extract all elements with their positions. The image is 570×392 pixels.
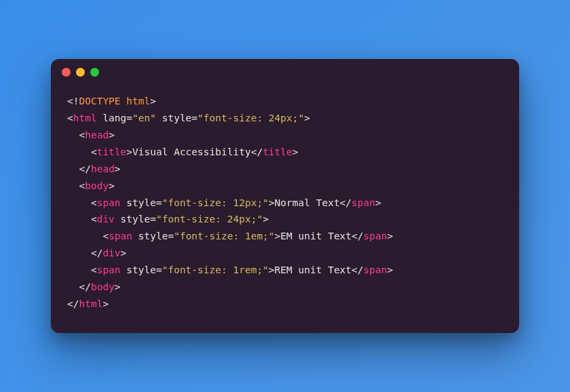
- punct: >: [387, 264, 393, 275]
- punct: <: [79, 130, 85, 140]
- text-content: Visual Accessibility: [132, 146, 251, 157]
- code-block: <!DOCTYPE html> <html lang="en" style="f…: [51, 86, 519, 333]
- text-content: EM unit Text: [280, 231, 352, 241]
- code-line: </head>: [67, 163, 121, 174]
- attr-name: style: [115, 214, 150, 224]
- window-titlebar: [51, 59, 519, 86]
- doctype-keyword: DOCTYPE html: [79, 96, 150, 106]
- punct: >: [269, 197, 275, 208]
- attr-name: lang: [97, 113, 127, 123]
- punct: </: [352, 264, 363, 275]
- punct: <: [79, 180, 85, 191]
- punct: =: [191, 113, 197, 123]
- punct: >: [387, 231, 393, 241]
- punct: >: [275, 231, 281, 241]
- text-content: Normal Text: [275, 197, 340, 208]
- code-line: <span style="font-size: 1rem;">REM unit …: [67, 264, 393, 275]
- punct: >: [126, 146, 132, 157]
- text-content: REM unit Text: [275, 264, 352, 275]
- tag-name: span: [97, 197, 121, 208]
- attr-name: style: [121, 264, 156, 275]
- tag-name: head: [85, 130, 109, 140]
- punct: <: [91, 264, 97, 275]
- close-icon[interactable]: [62, 68, 71, 77]
- punct: <: [91, 197, 97, 208]
- punct: </: [67, 298, 79, 309]
- punct: <: [91, 146, 97, 157]
- code-line: <span style="font-size: 1em;">EM unit Te…: [67, 231, 393, 241]
- punct: </: [352, 231, 363, 241]
- punct: >: [109, 130, 115, 140]
- punct: =: [156, 197, 162, 208]
- punct: =: [168, 231, 174, 241]
- tag-name: html: [79, 298, 102, 309]
- punct: >: [263, 214, 269, 224]
- punct: <: [91, 214, 97, 224]
- tag-name: div: [97, 214, 115, 224]
- code-line: <!DOCTYPE html>: [67, 96, 156, 106]
- punct: =: [126, 113, 132, 123]
- punct: >: [375, 197, 381, 208]
- punct: >: [109, 180, 115, 191]
- attr-value: "font-size: 1rem;": [162, 264, 269, 275]
- code-line: <head>: [67, 130, 115, 140]
- punct: >: [304, 113, 310, 123]
- punct: =: [156, 264, 162, 275]
- punct: </: [251, 146, 263, 157]
- attr-value: "font-size: 24px;": [197, 113, 304, 123]
- punct: </: [340, 197, 352, 208]
- punct: =: [150, 214, 156, 224]
- tag-name: body: [85, 180, 109, 191]
- attr-name: style: [132, 231, 168, 241]
- code-line: </body>: [67, 281, 121, 292]
- minimize-icon[interactable]: [76, 68, 85, 77]
- code-line: <html lang="en" style="font-size: 24px;"…: [67, 113, 310, 123]
- punct: </: [91, 248, 102, 258]
- punct: </: [79, 281, 90, 292]
- punct: >: [115, 163, 121, 174]
- punct: >: [150, 96, 156, 106]
- tag-name: span: [352, 197, 375, 208]
- punct: >: [121, 248, 127, 258]
- tag-name: span: [109, 231, 132, 241]
- punct: <: [67, 113, 73, 123]
- code-line: </div>: [67, 248, 126, 258]
- attr-value: "font-size: 24px;": [156, 214, 263, 224]
- punct: >: [269, 264, 275, 275]
- code-editor-window: <!DOCTYPE html> <html lang="en" style="f…: [51, 59, 519, 333]
- code-line: </html>: [67, 298, 109, 309]
- tag-name: title: [263, 146, 292, 157]
- attr-value: "font-size: 12px;": [162, 197, 269, 208]
- attr-name: style: [156, 113, 191, 123]
- attr-name: style: [121, 197, 156, 208]
- maximize-icon[interactable]: [90, 68, 99, 77]
- code-line: <body>: [67, 180, 115, 191]
- tag-name: span: [364, 231, 387, 241]
- tag-name: title: [97, 146, 127, 157]
- punct: >: [102, 298, 109, 309]
- tag-name: body: [91, 281, 115, 292]
- punct: <: [102, 231, 109, 241]
- attr-value: "en": [132, 113, 156, 123]
- punct: </: [79, 163, 90, 174]
- tag-name: span: [364, 264, 387, 275]
- tag-name: head: [91, 163, 115, 174]
- attr-value: "font-size: 1em;": [174, 231, 274, 241]
- tag-name: html: [73, 113, 97, 123]
- tag-name: div: [102, 248, 120, 258]
- punct: >: [115, 281, 121, 292]
- punct: >: [292, 146, 299, 157]
- code-line: <title>Visual Accessibility</title>: [67, 146, 299, 157]
- tag-name: span: [97, 264, 121, 275]
- code-line: <span style="font-size: 12px;">Normal Te…: [67, 197, 381, 208]
- code-line: <div style="font-size: 24px;">: [67, 214, 269, 224]
- punct: <!: [67, 96, 79, 106]
